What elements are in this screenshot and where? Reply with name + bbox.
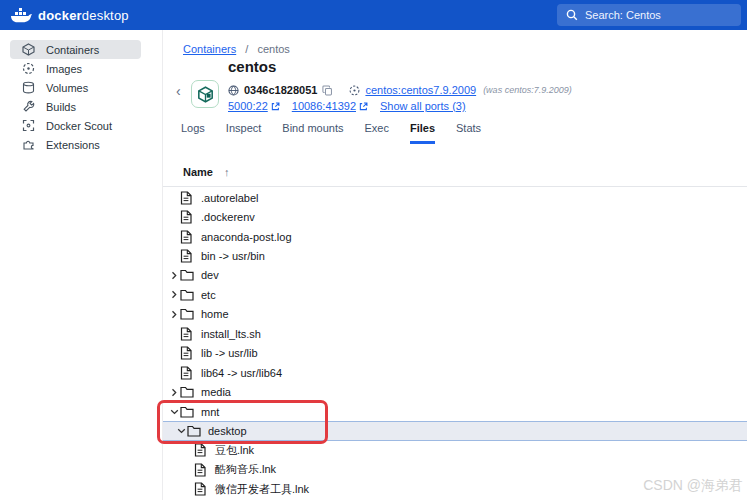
tree-file-row[interactable]: lib -> usr/lib [163, 344, 747, 363]
sidebar-item-containers[interactable]: Containers [10, 40, 141, 59]
tab-bind-mounts[interactable]: Bind mounts [282, 122, 343, 144]
watermark: CSDN @海弟君 [643, 477, 743, 495]
file-icon [194, 482, 209, 496]
file-icon [194, 443, 209, 457]
file-name-label: dev [201, 269, 219, 281]
file-name-label: media [201, 386, 231, 398]
back-chevron[interactable]: ‹ [176, 83, 181, 99]
images-icon [22, 62, 35, 75]
container-icon [191, 80, 219, 108]
file-icon [180, 230, 195, 244]
show-all-ports-link[interactable]: Show all ports (3) [380, 100, 466, 112]
tab-logs[interactable]: Logs [181, 122, 205, 144]
sidebar-item-builds[interactable]: Builds [10, 97, 141, 116]
folder-icon [187, 425, 202, 437]
image-was-label: (was centos:7.9.2009) [483, 85, 572, 95]
breadcrumb-separator: / [245, 43, 248, 55]
sidebar-item-volumes[interactable]: Volumes [10, 78, 141, 97]
folder-icon [180, 406, 195, 418]
file-tree: .autorelabel.dockerenvanaconda-post.logb… [163, 188, 747, 500]
search-text: Search: Centos [585, 9, 661, 21]
tree-folder-row[interactable]: desktop [163, 421, 747, 440]
breadcrumb-containers-link[interactable]: Containers [183, 43, 236, 55]
tree-file-row[interactable]: .dockerenv [163, 207, 747, 226]
builds-icon [22, 100, 35, 113]
file-icon [180, 249, 195, 263]
tree-file-row[interactable]: anaconda-post.log [163, 227, 747, 246]
file-name-label: anaconda-post.log [201, 231, 292, 243]
name-column-header[interactable]: Name ↑ [183, 166, 230, 178]
file-name-label: lib -> usr/lib [201, 347, 258, 359]
tree-file-row[interactable]: install_lts.sh [163, 324, 747, 343]
chevron-right-icon[interactable] [168, 388, 180, 397]
chevron-down-icon[interactable] [175, 427, 187, 435]
containers-icon [22, 43, 35, 56]
sidebar-item-label: Volumes [46, 82, 88, 94]
file-name-label: 酷狗音乐.lnk [215, 462, 276, 477]
top-bar: dockerdesktop Search: Centos [0, 0, 747, 30]
sidebar-item-label: Docker Scout [46, 120, 112, 132]
tab-stats[interactable]: Stats [456, 122, 481, 144]
tree-file-row[interactable]: .autorelabel [163, 188, 747, 207]
file-name-label: .autorelabel [201, 192, 259, 204]
sort-ascending-icon: ↑ [224, 166, 230, 178]
file-icon [180, 327, 195, 341]
folder-icon [180, 308, 195, 320]
file-icon [180, 191, 195, 205]
search-input[interactable]: Search: Centos [557, 4, 741, 26]
volumes-icon [22, 81, 35, 94]
port-link[interactable]: 10086:41392 [292, 100, 368, 112]
sidebar-item-label: Extensions [46, 139, 100, 151]
tree-file-row[interactable]: bin -> usr/bin [163, 246, 747, 265]
external-link-icon [359, 102, 368, 111]
page-title: centos [228, 58, 276, 75]
copy-icon[interactable] [322, 85, 333, 96]
external-link-icon [271, 102, 280, 111]
whale-icon [10, 7, 32, 24]
tree-folder-row[interactable]: media [163, 382, 747, 401]
search-icon [566, 9, 578, 21]
tree-folder-row[interactable]: dev [163, 266, 747, 285]
sidebar-item-images[interactable]: Images [10, 59, 141, 78]
file-icon [180, 346, 195, 360]
sidebar-item-docker-scout[interactable]: Docker Scout [10, 116, 141, 135]
file-name-label: 微信开发者工具.lnk [215, 482, 309, 497]
folder-icon [180, 289, 195, 301]
tree-folder-row[interactable]: mnt [163, 402, 747, 421]
chevron-right-icon[interactable] [168, 310, 180, 319]
file-name-label: .dockerenv [201, 211, 255, 223]
tab-exec[interactable]: Exec [364, 122, 388, 144]
file-name-label: mnt [201, 406, 219, 418]
breadcrumb: Containers / centos [183, 43, 290, 55]
container-meta-row: 0346c1828051 centos:centos7.9.2009 (was … [228, 84, 572, 96]
extensions-icon [22, 138, 35, 151]
chevron-right-icon[interactable] [168, 290, 180, 299]
chevron-right-icon[interactable] [168, 271, 180, 280]
sidebar-item-label: Images [46, 63, 82, 75]
file-name-label: etc [201, 289, 216, 301]
folder-icon [180, 386, 195, 398]
tab-inspect[interactable]: Inspect [226, 122, 261, 144]
file-icon [194, 463, 209, 477]
sidebar-item-label: Containers [46, 44, 99, 56]
folder-icon [180, 269, 195, 281]
file-name-label: bin -> usr/bin [201, 250, 265, 262]
tab-files[interactable]: Files [410, 122, 435, 144]
breadcrumb-current: centos [257, 43, 289, 55]
sidebar: ContainersImagesVolumesBuildsDocker Scou… [0, 30, 163, 500]
list-header-divider [163, 186, 747, 187]
docker-logo[interactable]: dockerdesktop [10, 7, 129, 24]
name-column-label: Name [183, 166, 213, 178]
chevron-down-icon[interactable] [168, 408, 180, 416]
image-link[interactable]: centos:centos7.9.2009 [365, 84, 476, 96]
logo-text-docker: docker [38, 8, 82, 23]
tree-file-row[interactable]: lib64 -> usr/lib64 [163, 363, 747, 382]
tree-file-row[interactable]: 豆包.lnk [163, 441, 747, 460]
sidebar-item-extensions[interactable]: Extensions [10, 135, 141, 154]
tree-folder-row[interactable]: home [163, 305, 747, 324]
tree-folder-row[interactable]: etc [163, 285, 747, 304]
port-link[interactable]: 5000:22 [228, 100, 280, 112]
scout-icon [22, 119, 35, 132]
file-name-label: lib64 -> usr/lib64 [201, 367, 282, 379]
container-ports-row: 5000:2210086:41392 Show all ports (3) [228, 100, 466, 112]
